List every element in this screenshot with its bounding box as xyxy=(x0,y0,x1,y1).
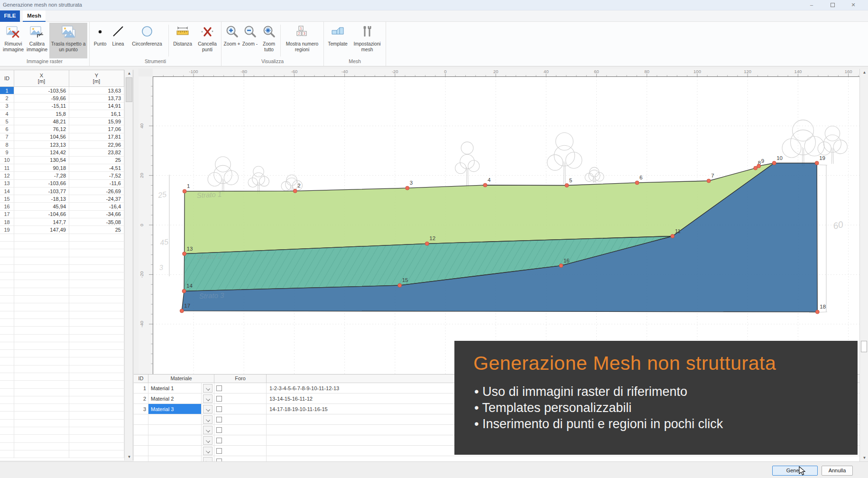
table-cell[interactable]: 1 xyxy=(0,87,14,94)
material-name-cell[interactable]: Material 1 xyxy=(148,383,202,393)
table-cell[interactable]: 15 xyxy=(0,195,14,203)
table-cell[interactable]: 16,1 xyxy=(69,110,124,118)
table-cell[interactable]: 15,99 xyxy=(69,118,124,125)
linea-button[interactable]: Linea xyxy=(110,23,127,58)
zoom-out-button[interactable]: Zoom - xyxy=(241,23,259,58)
foro-checkbox[interactable] xyxy=(216,385,222,391)
points-table-row[interactable]: 15-18,13-24,37 xyxy=(0,195,124,203)
table-cell[interactable]: 17,81 xyxy=(69,133,124,141)
foro-checkbox[interactable] xyxy=(216,406,222,412)
table-cell[interactable]: 130,54 xyxy=(14,157,69,164)
close-icon[interactable]: ✕ xyxy=(845,1,861,9)
minimize-icon[interactable]: – xyxy=(803,1,820,9)
table-cell[interactable]: 13,63 xyxy=(69,87,124,94)
table-cell[interactable]: -7,28 xyxy=(14,172,69,179)
table-cell[interactable]: 15,8 xyxy=(14,110,69,118)
points-table-row[interactable]: 10130,5425 xyxy=(0,157,124,164)
table-cell[interactable]: 19 xyxy=(0,226,14,234)
foro-checkbox[interactable] xyxy=(216,396,222,402)
table-cell[interactable]: -59,66 xyxy=(14,94,69,102)
table-cell[interactable]: -16,4 xyxy=(69,203,124,210)
scroll-down-icon[interactable]: ▼ xyxy=(125,453,133,460)
table-cell[interactable]: 147,49 xyxy=(14,226,69,234)
cancella-punti-button[interactable]: Cancella punti xyxy=(195,23,219,58)
table-cell[interactable]: 8 xyxy=(0,141,14,149)
table-cell[interactable]: 12 xyxy=(0,172,14,179)
table-cell[interactable]: 16 xyxy=(0,203,14,210)
table-cell[interactable]: 123,13 xyxy=(14,141,69,149)
scroll-down-icon[interactable]: ▼ xyxy=(860,454,868,461)
circonferenza-button[interactable]: Circonferenza xyxy=(128,23,166,58)
distanza-button[interactable]: Distanza xyxy=(171,23,194,58)
table-cell[interactable]: 3 xyxy=(0,103,14,110)
points-table-row[interactable]: 12-7,28-7,52 xyxy=(0,172,124,179)
material-dropdown-button[interactable] xyxy=(203,426,212,434)
table-cell[interactable]: 14,91 xyxy=(69,103,124,110)
foro-checkbox[interactable] xyxy=(216,427,222,433)
calibra-immagine-button[interactable]: Calibra immagine xyxy=(26,23,48,58)
points-table-row[interactable]: 3-15,1114,91 xyxy=(0,103,124,110)
foro-checkbox[interactable] xyxy=(216,417,222,422)
table-cell[interactable]: 104,56 xyxy=(14,133,69,141)
table-cell[interactable]: -15,11 xyxy=(14,103,69,110)
points-table-row[interactable]: 676,1217,06 xyxy=(0,125,124,133)
material-dropdown-button[interactable] xyxy=(203,405,212,413)
table-cell[interactable]: 4 xyxy=(0,110,14,118)
mostra-numero-regioni-button[interactable]: 123Mostra numero regioni xyxy=(283,23,322,58)
zoom-in-button[interactable]: Zoom + xyxy=(223,23,240,58)
table-cell[interactable]: 6 xyxy=(0,125,14,133)
points-table-row[interactable]: 14-103,77-26,69 xyxy=(0,187,124,195)
table-cell[interactable]: 124,42 xyxy=(14,149,69,156)
table-cell[interactable]: 25 xyxy=(69,226,124,234)
table-cell[interactable]: 2 xyxy=(0,94,14,102)
annulla-button[interactable]: Annulla xyxy=(822,466,853,476)
table-cell[interactable]: 23,82 xyxy=(69,149,124,156)
points-table-row[interactable]: 19147,4925 xyxy=(0,226,124,234)
scroll-up-icon[interactable]: ▲ xyxy=(125,70,133,77)
table-cell[interactable]: -24,37 xyxy=(69,195,124,203)
points-table-row[interactable]: 8123,1322,96 xyxy=(0,141,124,149)
material-name-cell[interactable] xyxy=(148,435,202,445)
tab-mesh[interactable]: Mesh xyxy=(23,10,46,22)
foro-checkbox[interactable] xyxy=(216,448,222,454)
table-cell[interactable]: 76,12 xyxy=(14,125,69,133)
points-table-row[interactable]: 415,816,1 xyxy=(0,110,124,118)
table-cell[interactable]: -11,6 xyxy=(69,180,124,187)
table-cell[interactable]: -103,56 xyxy=(14,87,69,94)
table-cell[interactable]: 10 xyxy=(0,157,14,164)
points-table-row[interactable]: 13-103,66-11,6 xyxy=(0,180,124,187)
table-cell[interactable]: -4,51 xyxy=(69,164,124,172)
table-cell[interactable]: -35,08 xyxy=(69,218,124,226)
table-cell[interactable]: 9 xyxy=(0,149,14,156)
table-cell[interactable]: -7,52 xyxy=(69,172,124,179)
material-dropdown-button[interactable] xyxy=(203,447,212,455)
points-table-row[interactable]: 1190,18-4,51 xyxy=(0,164,124,172)
table-cell[interactable]: 13 xyxy=(0,180,14,187)
template-button[interactable]: Template xyxy=(326,23,350,58)
foro-checkbox[interactable] xyxy=(216,438,222,443)
material-name-cell[interactable] xyxy=(148,446,202,456)
points-table-row[interactable]: 1-103,5613,63 xyxy=(0,87,124,94)
rimuovi-immagine-button[interactable]: Rimuovi immagine xyxy=(2,23,25,58)
table-cell[interactable]: 22,96 xyxy=(69,141,124,149)
table-cell[interactable]: 14 xyxy=(0,187,14,195)
canvas-vertical-scrollbar[interactable]: ▲ ▼ xyxy=(859,69,868,461)
points-table-row[interactable]: 2-59,6613,73 xyxy=(0,94,124,102)
scrollbar-thumb[interactable] xyxy=(861,341,867,352)
scrollbar-thumb[interactable] xyxy=(126,77,132,102)
punto-button[interactable]: Punto xyxy=(92,23,109,58)
table-cell[interactable]: 48,21 xyxy=(14,118,69,125)
points-table-row[interactable]: 9124,4223,82 xyxy=(0,149,124,156)
table-cell[interactable]: -103,66 xyxy=(14,180,69,187)
tab-file[interactable]: FILE xyxy=(0,10,20,22)
section-canvas[interactable]: Strato 1Strato 2Strato 32545360123456789… xyxy=(139,69,859,374)
material-dropdown-button[interactable] xyxy=(203,384,212,393)
material-name-cell[interactable]: Material 2 xyxy=(148,394,202,403)
points-table-row[interactable]: 7104,5617,81 xyxy=(0,133,124,141)
table-cell[interactable]: -26,69 xyxy=(69,187,124,195)
table-cell[interactable]: 25 xyxy=(69,157,124,164)
table-cell[interactable]: 45,94 xyxy=(14,203,69,210)
material-dropdown-button[interactable] xyxy=(203,415,212,424)
table-cell[interactable]: 147,7 xyxy=(14,218,69,226)
impostazioni-mesh-button[interactable]: Impostazioni mesh xyxy=(351,23,384,58)
